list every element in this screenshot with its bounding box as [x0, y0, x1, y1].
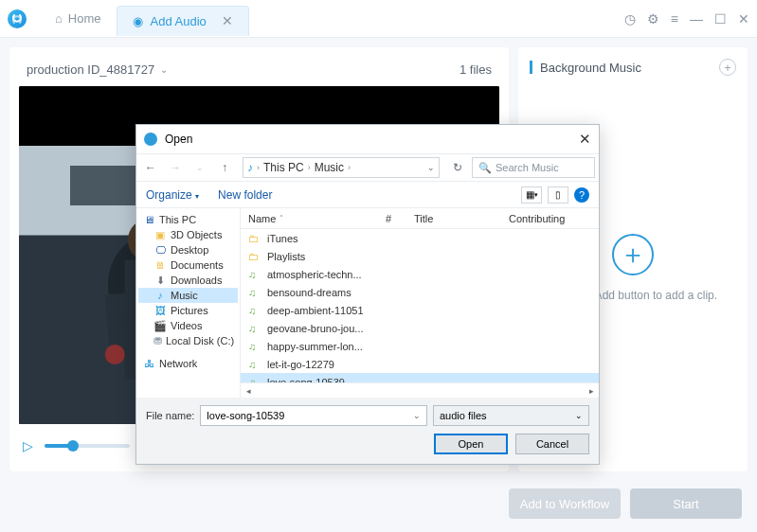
project-name-dropdown[interactable]: production ID_4881727 ⌄ — [27, 62, 168, 77]
folder3d-icon: ▣ — [153, 229, 167, 240]
app-logo — [8, 9, 27, 28]
tree-item-videos[interactable]: 🎬Videos — [138, 318, 238, 333]
file-row[interactable]: ♫atmospheric-techn... — [241, 265, 599, 283]
nav-up-button[interactable]: ↑ — [214, 157, 235, 178]
menu-icon[interactable]: ≡ — [671, 11, 678, 27]
file-row[interactable]: 🗀iTunes — [241, 229, 599, 247]
breadcrumb[interactable]: ♪ › This PC › Music › ⌄ — [243, 157, 440, 178]
chevron-down-icon: ⌄ — [160, 64, 168, 75]
vid-icon: 🎬 — [153, 320, 167, 331]
dialog-body: 🖥This PC▣3D Objects🖵Desktop🗎Documents⬇Do… — [136, 208, 599, 398]
close-icon[interactable]: ✕ — [222, 13, 233, 28]
down-icon: ⬇ — [153, 275, 167, 286]
file-row[interactable]: ♫geovane-bruno-jou... — [241, 319, 599, 337]
tree-item-local-disk-c-[interactable]: ⛃Local Disk (C:) — [138, 333, 238, 348]
tab-label: Add Audio — [151, 14, 207, 28]
tree-item-documents[interactable]: 🗎Documents — [138, 257, 238, 273]
folder-icon: 🗀 — [248, 251, 261, 262]
play-button[interactable]: ▷ — [23, 438, 33, 453]
folder-tree: 🖥This PC▣3D Objects🖵Desktop🗎Documents⬇Do… — [136, 208, 241, 398]
music-icon: ♪ — [247, 161, 253, 174]
start-button[interactable]: Start — [630, 488, 742, 519]
tree-item-3d-objects[interactable]: ▣3D Objects — [138, 227, 238, 242]
accent-bar — [530, 61, 532, 74]
file-list-area: Name ˄ # Title Contributing 🗀iTunes🗀Play… — [241, 208, 599, 398]
crumb-music[interactable]: Music — [315, 161, 344, 174]
tree-item-downloads[interactable]: ⬇Downloads — [138, 273, 238, 288]
audio-file-icon: ♫ — [248, 305, 261, 316]
minimize-icon[interactable]: — — [690, 11, 703, 27]
gear-icon[interactable]: ⚙ — [647, 11, 659, 27]
folder-icon: 🗀 — [248, 233, 261, 244]
file-row[interactable]: ♫let-it-go-12279 — [241, 355, 599, 373]
open-button[interactable]: Open — [434, 434, 508, 454]
filetype-filter[interactable]: audio files ⌄ — [433, 405, 589, 426]
filename-label: File name: — [146, 410, 194, 421]
add-workflow-button[interactable]: Add to Workflow — [509, 488, 621, 519]
col-contrib[interactable]: Contributing — [501, 213, 599, 224]
col-name[interactable]: Name ˄ — [241, 213, 378, 224]
titlebar: ⌂ Home ◉ Add Audio ✕ ◷ ⚙ ≡ — ☐ ✕ — [0, 0, 757, 38]
add-small-button[interactable]: ＋ — [719, 59, 736, 76]
project-name: production ID_4881727 — [27, 62, 154, 77]
audio-file-icon: ♫ — [248, 287, 261, 298]
tree-item-pictures[interactable]: 🖼Pictures — [138, 303, 238, 318]
music-icon: ♪ — [153, 290, 167, 301]
project-header: production ID_4881727 ⌄ 1 files — [19, 57, 499, 86]
bgm-title: Background Music — [540, 61, 641, 75]
dialog-footer: File name: love-song-10539 ⌄ audio files… — [136, 398, 599, 464]
audio-file-icon: ♫ — [248, 359, 261, 370]
docs-icon: 🗎 — [153, 259, 167, 271]
search-input[interactable] — [496, 162, 588, 173]
nav-forward-button[interactable]: → — [165, 157, 186, 178]
scrollbar-horizontal[interactable]: ◂ ▸ — [241, 382, 599, 398]
file-row[interactable]: ♫bensound-dreams — [241, 283, 599, 301]
col-num[interactable]: # — [378, 213, 406, 224]
close-window-icon[interactable]: ✕ — [738, 11, 749, 27]
dialog-toolbar: Organize ▾ New folder ▦ ▾ ▯ ? — [136, 182, 599, 208]
dialog-navbar: ← → ⌄ ↑ ♪ › This PC › Music › ⌄ ↻ 🔍 — [136, 153, 599, 182]
timeline-slider[interactable] — [45, 444, 130, 448]
maximize-icon[interactable]: ☐ — [714, 11, 727, 27]
cancel-button[interactable]: Cancel — [515, 434, 589, 454]
tab-add-audio[interactable]: ◉ Add Audio ✕ — [117, 6, 249, 36]
tab-home[interactable]: ⌂ Home — [40, 0, 117, 38]
chevron-down-icon[interactable]: ⌄ — [427, 163, 435, 172]
add-clip-button[interactable]: ＋ — [612, 234, 654, 275]
audio-file-icon: ♫ — [248, 323, 261, 334]
drive-icon: ⛃ — [153, 335, 162, 346]
dialog-titlebar: Open ✕ — [136, 125, 599, 153]
file-row[interactable]: ♫happy-summer-lon... — [241, 337, 599, 355]
help-button[interactable]: ? — [574, 187, 589, 203]
new-folder-button[interactable]: New folder — [218, 188, 272, 202]
refresh-button[interactable]: ↻ — [447, 157, 468, 178]
close-icon[interactable]: ✕ — [579, 131, 591, 148]
tree-item-music[interactable]: ♪Music — [138, 288, 238, 303]
audio-file-icon: ♫ — [248, 341, 261, 352]
titlebar-controls: ◷ ⚙ ≡ — ☐ ✕ — [624, 11, 749, 27]
file-row[interactable]: ♫love-song-10539 — [241, 373, 599, 382]
nav-recent-dropdown[interactable]: ⌄ — [189, 157, 210, 178]
col-title[interactable]: Title — [406, 213, 501, 224]
crumb-thispc[interactable]: This PC — [263, 161, 304, 174]
tree-item-this-pc[interactable]: 🖥This PC — [138, 212, 238, 227]
file-row[interactable]: 🗀Playlists — [241, 247, 599, 265]
tab-home-label: Home — [68, 11, 101, 26]
tree-item-network[interactable]: 🖧Network — [138, 356, 238, 371]
preview-pane-button[interactable]: ▯ — [548, 186, 568, 204]
file-count: 1 files — [460, 62, 492, 77]
organize-menu[interactable]: Organize ▾ — [146, 188, 199, 202]
file-open-dialog: Open ✕ ← → ⌄ ↑ ♪ › This PC › Music › ⌄ ↻… — [135, 124, 600, 465]
nav-back-button[interactable]: ← — [140, 157, 161, 178]
search-icon: 🔍 — [478, 162, 492, 174]
net-icon: 🖧 — [142, 358, 155, 369]
view-mode-button[interactable]: ▦ ▾ — [521, 186, 542, 204]
dialog-title: Open — [165, 133, 192, 146]
tree-item-desktop[interactable]: 🖵Desktop — [138, 242, 238, 257]
file-columns: Name ˄ # Title Contributing — [241, 208, 599, 229]
history-icon[interactable]: ◷ — [624, 11, 636, 27]
search-box[interactable]: 🔍 — [472, 157, 595, 178]
filename-input[interactable]: love-song-10539 ⌄ — [200, 405, 427, 426]
file-row[interactable]: ♫deep-ambient-11051 — [241, 301, 599, 319]
audio-file-icon: ♫ — [248, 269, 261, 280]
